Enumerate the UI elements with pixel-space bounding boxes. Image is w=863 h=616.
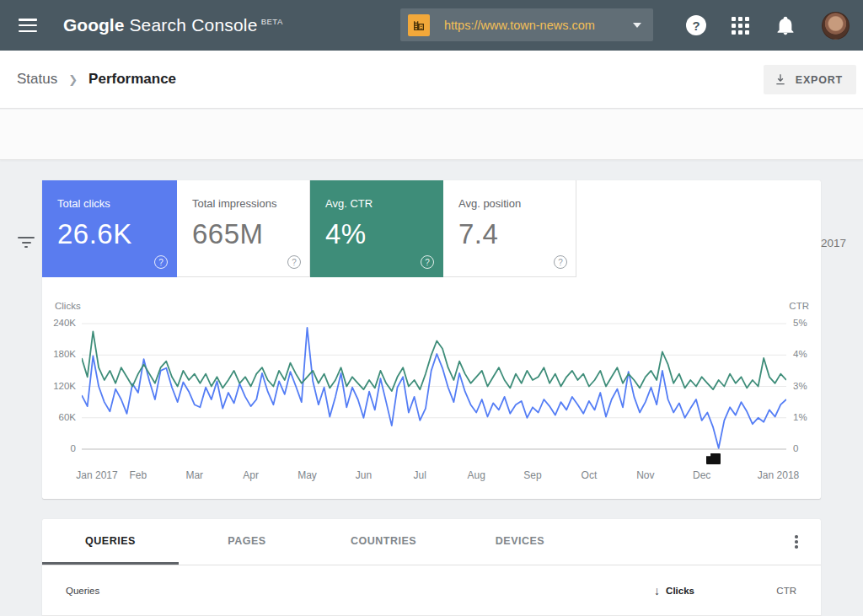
x-axis-month-label: Aug <box>467 469 485 481</box>
column-header-clicks[interactable]: ↓ Clicks <box>654 584 694 597</box>
metric-tile-avg-position[interactable]: Avg. position 7.4 ? <box>443 180 576 277</box>
right-axis-tick: 3% <box>793 381 827 391</box>
sort-arrow-icon: ↓ <box>654 584 660 597</box>
metric-tile-total-impressions[interactable]: Total impressions 665M ? <box>177 180 310 277</box>
performance-chart-card: Total clicks 26.6K ? Total impressions 6… <box>42 180 821 499</box>
breadcrumb-status[interactable]: Status <box>17 71 57 88</box>
x-axis-month-label: Oct <box>582 469 598 481</box>
left-axis-tick: 0 <box>42 443 76 453</box>
x-axis-month-label: Nov <box>636 469 654 481</box>
right-axis-tick: 4% <box>793 349 827 359</box>
x-axis-month-label: Jan 2018 <box>758 469 799 481</box>
x-axis-month-label: Mar <box>185 469 203 481</box>
help-question-icon[interactable]: ? <box>287 255 301 269</box>
metric-tiles: Total clicks 26.6K ? Total impressions 6… <box>42 180 576 277</box>
cursor-artifact <box>706 453 721 464</box>
logo-beta: BETA <box>261 17 283 26</box>
right-axis-tick: 1% <box>793 412 827 422</box>
column-header-ctr[interactable]: CTR <box>694 586 821 596</box>
x-axis-month-label: May <box>297 469 317 481</box>
x-axis-month-label: Dec <box>693 469 710 481</box>
metric-value: 4% <box>325 218 442 250</box>
metric-tile-total-clicks[interactable]: Total clicks 26.6K ? <box>42 180 177 277</box>
right-axis-tick: 5% <box>793 318 827 328</box>
left-axis-title: Clicks <box>55 301 81 311</box>
page-title: Performance <box>88 71 176 88</box>
x-axis-month-label: Jun <box>356 469 372 481</box>
metric-label: Total clicks <box>57 197 176 210</box>
left-axis-tick: 60K <box>42 412 76 422</box>
tab-pages[interactable]: PAGES <box>179 519 315 565</box>
metric-value: 26.6K <box>57 218 176 250</box>
x-axis-month-label: Feb <box>130 469 147 481</box>
help-icon[interactable]: ? <box>686 15 706 35</box>
metric-tile-avg-ctr[interactable]: Avg. CTR 4% ? <box>310 180 443 277</box>
table-header-row: Queries ↓ Clicks CTR <box>42 565 821 616</box>
dimensions-table-card: QUERIES PAGES COUNTRIES DEVICES Queries … <box>42 519 821 616</box>
breadcrumb-bar: Status ❯ Performance EXPORT <box>0 51 863 109</box>
more-options-icon[interactable] <box>789 534 804 549</box>
help-question-icon[interactable]: ? <box>154 255 168 269</box>
apps-grid-icon[interactable] <box>732 17 749 35</box>
tab-devices[interactable]: DEVICES <box>452 519 588 565</box>
right-axis-title: CTR <box>789 301 809 311</box>
right-axis-tick: 0 <box>793 443 827 453</box>
column-header-queries[interactable]: Queries <box>42 586 654 596</box>
x-axis-month-label: Jan 2017 <box>76 469 117 481</box>
metric-label: Total impressions <box>192 197 309 210</box>
metric-label: Avg. CTR <box>325 197 442 210</box>
logo-google: Google <box>63 15 124 35</box>
notifications-bell-icon[interactable] <box>775 14 796 36</box>
metric-value: 7.4 <box>458 218 576 250</box>
left-axis-tick: 240K <box>42 318 76 328</box>
left-axis-tick: 180K <box>42 349 76 359</box>
help-question-icon[interactable]: ? <box>421 255 434 269</box>
chevron-down-icon <box>633 23 641 28</box>
export-label: EXPORT <box>796 74 843 86</box>
property-building-icon <box>408 14 430 36</box>
menu-icon[interactable] <box>19 19 37 32</box>
dimension-tabs: QUERIES PAGES COUNTRIES DEVICES <box>42 519 821 565</box>
metric-value: 665M <box>192 218 309 250</box>
filter-icon[interactable] <box>18 237 35 248</box>
property-url: https://www.town-news.com <box>444 19 633 32</box>
app-logo: Google Search ConsoleBETA <box>63 15 283 35</box>
property-selector[interactable]: https://www.town-news.com <box>400 8 653 41</box>
download-icon <box>774 73 787 87</box>
x-axis-month-label: Sep <box>523 469 541 481</box>
x-axis-month-label: Jul <box>414 469 426 481</box>
help-question-icon[interactable]: ? <box>554 255 567 269</box>
breadcrumb: Status ❯ Performance <box>17 71 176 88</box>
avatar[interactable] <box>822 12 850 40</box>
export-button[interactable]: EXPORT <box>764 65 856 94</box>
logo-rest: Search Console <box>129 15 257 35</box>
left-axis-tick: 120K <box>42 381 76 391</box>
metric-label: Avg. position <box>458 197 576 210</box>
tab-countries[interactable]: COUNTRIES <box>315 519 452 565</box>
breadcrumb-chevron-icon: ❯ <box>68 73 78 86</box>
x-axis-month-label: Apr <box>243 469 259 481</box>
tab-queries[interactable]: QUERIES <box>42 519 179 565</box>
filter-bar: Search type: Web Date: Full duration + N… <box>0 110 863 160</box>
app-bar: Google Search ConsoleBETA https://www.to… <box>0 0 863 51</box>
